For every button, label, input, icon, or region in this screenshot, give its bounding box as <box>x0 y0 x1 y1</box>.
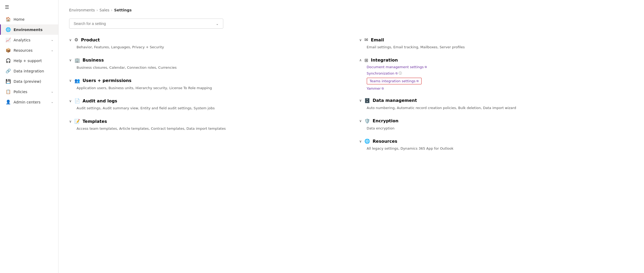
section-header-resources[interactable]: ∨ 🌐 Resources <box>359 138 634 144</box>
sidebar-item-resources[interactable]: 📦 Resources ⌄ <box>0 45 58 55</box>
product-body: Behavior, Features, Languages, Privacy +… <box>69 45 343 50</box>
analytics-chevron-icon: ⌄ <box>51 38 53 42</box>
breadcrumb-sep-2: › <box>111 8 113 12</box>
business-title: Business <box>83 58 104 63</box>
external-link-icon: ⧉ <box>416 79 419 83</box>
external-link-icon: ⧉ <box>425 65 427 69</box>
resources-icon: 📦 <box>6 48 11 53</box>
sidebar-item-policies[interactable]: 📋 Policies ⌄ <box>0 86 58 97</box>
external-link-icon: ⧉ <box>395 72 398 75</box>
hamburger-menu[interactable]: ☰ <box>0 0 58 14</box>
data-management-chevron-icon[interactable]: ∨ <box>359 98 362 102</box>
main-content: Environments › Sales › Settings ⌄ ∨ ⚙️ P… <box>58 0 644 273</box>
encryption-chevron-icon[interactable]: ∨ <box>359 119 362 123</box>
encryption-icon: 🛡️ <box>364 118 370 124</box>
product-chevron-icon[interactable]: ∨ <box>69 38 72 42</box>
sidebar-item-analytics[interactable]: 📈 Analytics ⌄ <box>0 35 58 45</box>
search-bar[interactable]: ⌄ <box>69 19 223 29</box>
section-encryption: ∨ 🛡️ Encryption Data encryption <box>359 118 634 131</box>
integration-link-yammer[interactable]: Yammer ⧉ <box>367 86 634 90</box>
templates-chevron-icon[interactable]: ∨ <box>69 119 72 123</box>
section-users-permissions: ∨ 👥 Users + permissions Application user… <box>69 78 343 91</box>
section-header-integration[interactable]: ∧ ⊞ Integration <box>359 58 634 63</box>
section-header-templates[interactable]: ∨ 📝 Templates <box>69 119 343 124</box>
section-resources: ∨ 🌐 Resources All legacy settings, Dynam… <box>359 138 634 151</box>
integration-chevron-icon[interactable]: ∧ <box>359 58 362 62</box>
sidebar-item-admin-centers[interactable]: 👤 Admin centers ⌄ <box>0 97 58 107</box>
breadcrumb-current: Settings <box>114 8 132 12</box>
audit-logs-title: Audit and logs <box>83 98 117 103</box>
policies-icon: 📋 <box>6 89 11 94</box>
templates-icon: 📝 <box>74 119 80 124</box>
help-support-label: Help + support <box>14 59 53 63</box>
business-icon: 🏢 <box>74 58 80 63</box>
section-templates: ∨ 📝 Templates Access team templates, Art… <box>69 119 343 132</box>
section-product: ∨ ⚙️ Product Behavior, Features, Languag… <box>69 37 343 50</box>
environments-label: Environments <box>14 28 53 32</box>
help-support-icon: 🎧 <box>6 58 11 63</box>
audit-logs-body: Audit settings, Audit summary view, Enti… <box>69 106 343 111</box>
breadcrumb-sales[interactable]: Sales <box>99 8 109 12</box>
info-icon: ⓘ <box>399 71 402 76</box>
integration-link-document-management-settings[interactable]: Document management settings ⧉ <box>367 65 634 69</box>
external-link-icon: ⧉ <box>382 87 384 90</box>
home-icon: 🏠 <box>6 17 11 22</box>
left-column: ∨ ⚙️ Product Behavior, Features, Languag… <box>69 37 343 159</box>
section-header-encryption[interactable]: ∨ 🛡️ Encryption <box>359 118 634 124</box>
section-header-audit-logs[interactable]: ∨ 📄 Audit and logs <box>69 98 343 103</box>
analytics-icon: 📈 <box>6 37 11 42</box>
product-icon: ⚙️ <box>74 37 78 42</box>
sidebar-item-data-preview[interactable]: 💾 Data (preview) <box>0 76 58 86</box>
home-label: Home <box>14 17 53 21</box>
integration-title: Integration <box>371 58 398 63</box>
templates-body: Access team templates, Article templates… <box>69 126 343 132</box>
users-permissions-icon: 👥 <box>74 78 80 83</box>
resources-label: Resources <box>14 48 48 53</box>
integration-links: Document management settings ⧉ Synchroni… <box>359 65 634 90</box>
settings-grid: ∨ ⚙️ Product Behavior, Features, Languag… <box>69 37 633 159</box>
sidebar-item-help-support[interactable]: 🎧 Help + support <box>0 55 58 66</box>
business-chevron-icon[interactable]: ∨ <box>69 58 72 62</box>
section-header-data-management[interactable]: ∨ 🗄️ Data management <box>359 98 634 103</box>
section-header-business[interactable]: ∨ 🏢 Business <box>69 58 343 63</box>
section-header-users-permissions[interactable]: ∨ 👥 Users + permissions <box>69 78 343 83</box>
users-permissions-title: Users + permissions <box>83 78 132 83</box>
right-column: ∨ ✉️ Email Email settings, Email trackin… <box>359 37 634 159</box>
resources-icon: 🌐 <box>364 138 370 144</box>
environments-icon: 🌐 <box>6 27 11 32</box>
search-input[interactable] <box>74 21 216 26</box>
section-header-product[interactable]: ∨ ⚙️ Product <box>69 37 343 42</box>
sidebar-item-environments[interactable]: 🌐 Environments <box>0 24 58 35</box>
templates-title: Templates <box>83 119 107 124</box>
business-body: Business closures, Calendar, Connection … <box>69 65 343 71</box>
encryption-body: Data encryption <box>359 126 634 131</box>
product-title: Product <box>81 37 100 42</box>
section-header-email[interactable]: ∨ ✉️ Email <box>359 37 634 42</box>
resources-title: Resources <box>373 139 397 144</box>
email-icon: ✉️ <box>364 37 368 42</box>
data-integration-label: Data integration <box>14 69 53 73</box>
breadcrumb: Environments › Sales › Settings <box>69 8 633 12</box>
section-audit-logs: ∨ 📄 Audit and logs Audit settings, Audit… <box>69 98 343 111</box>
admin-centers-chevron-icon: ⌄ <box>51 100 53 104</box>
users-permissions-chevron-icon[interactable]: ∨ <box>69 79 72 83</box>
data-integration-icon: 🔗 <box>6 68 11 73</box>
policies-label: Policies <box>14 90 48 94</box>
admin-centers-icon: 👤 <box>6 99 11 105</box>
audit-logs-icon: 📄 <box>74 98 80 103</box>
policies-chevron-icon: ⌄ <box>51 90 53 93</box>
email-chevron-icon[interactable]: ∨ <box>359 38 362 42</box>
integration-link-synchronization[interactable]: Synchronization ⧉ ⓘ <box>367 71 634 76</box>
data-management-icon: 🗄️ <box>364 98 370 103</box>
resources-chevron-icon[interactable]: ∨ <box>359 139 362 143</box>
section-data-management: ∨ 🗄️ Data management Auto numbering, Aut… <box>359 98 634 111</box>
audit-logs-chevron-icon[interactable]: ∨ <box>69 99 72 103</box>
integration-icon: ⊞ <box>364 58 368 63</box>
sidebar-item-data-integration[interactable]: 🔗 Data integration <box>0 66 58 76</box>
integration-link-teams-integration-settings[interactable]: Teams integration settings ⧉ <box>367 78 422 84</box>
users-permissions-body: Application users, Business units, Hiera… <box>69 85 343 91</box>
section-integration: ∧ ⊞ Integration Document management sett… <box>359 58 634 90</box>
email-body: Email settings, Email tracking, Mailboxe… <box>359 45 634 50</box>
sidebar-item-home[interactable]: 🏠 Home <box>0 14 58 24</box>
breadcrumb-environments[interactable]: Environments <box>69 8 95 12</box>
